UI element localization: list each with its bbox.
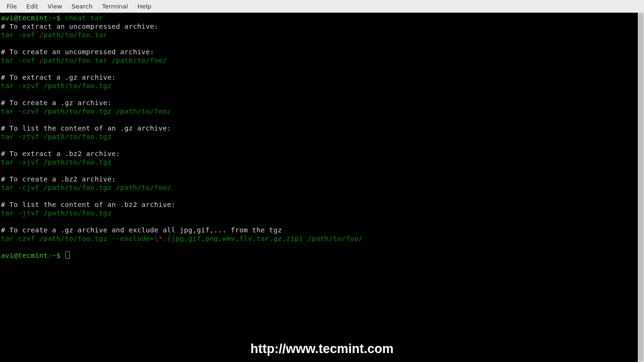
menu-file[interactable]: File: [2, 1, 22, 12]
output-comment: # To extract an uncompressed archive:: [1, 22, 637, 31]
terminal-area[interactable]: avi@tecmint:~$ cheat tar # To extract an…: [0, 13, 638, 261]
output-comment: # To extract a .gz archive:: [1, 73, 637, 82]
output-cmd: tar -xzvf /path/to/foo.tgz: [1, 82, 637, 90]
menu-edit[interactable]: Edit: [22, 1, 43, 12]
blank-line: [1, 243, 637, 251]
output-comment: # To extract a .bz2 archive:: [1, 149, 637, 158]
watermark: http://www.tecmint.com: [250, 342, 394, 356]
blank-line: [1, 217, 637, 226]
output-cmd: tar -cvf /path/to/foo.tar /path/to/foo/: [1, 56, 637, 65]
output-comment: # To create a .bz2 archive:: [1, 175, 637, 183]
menu-search[interactable]: Search: [67, 1, 98, 12]
blank-line: [1, 192, 637, 200]
menu-view[interactable]: View: [43, 1, 67, 12]
blank-line: [1, 39, 637, 48]
scrollbar-thumb[interactable]: [638, 13, 644, 362]
output-comment: # To create an uncompressed archive:: [1, 48, 637, 56]
prompt-path: :~: [48, 14, 56, 22]
blank-line: [1, 141, 637, 149]
output-comment: # To create a .gz archive:: [1, 99, 637, 107]
output-cmd: tar -xjvf /path/to/foo.tgz: [1, 158, 637, 166]
blank-line: [1, 166, 637, 175]
output-comment: # To list the content of an .gz archive:: [1, 124, 637, 132]
output-cmd-exclude: tar czvf /path/to/foo.tgz --exclude=\*.{…: [1, 234, 637, 243]
prompt-symbol: $: [56, 14, 65, 22]
output-cmd: tar -xvf /path/to/foo.tar: [1, 31, 637, 39]
output-cmd: tar -cjvf /path/to/foo.tgz /path/to/foo/: [1, 183, 637, 192]
prompt-line-2: avi@tecmint:~$: [1, 251, 637, 260]
output-cmd: tar -jtvf /path/to/foo.tgz: [1, 209, 637, 217]
cursor-block: [66, 251, 70, 259]
menubar: File Edit View Search Terminal Help: [0, 0, 644, 13]
prompt-line: avi@tecmint:~$ cheat tar: [1, 14, 637, 22]
typed-command: cheat tar: [65, 14, 103, 22]
output-comment: # To list the content of an .bz2 archive…: [1, 200, 637, 209]
output-cmd: tar -ztvf /path/to/foo.tgz: [1, 132, 637, 141]
output-comment: # To create a .gz archive and exclude al…: [1, 226, 637, 234]
menu-terminal[interactable]: Terminal: [97, 1, 132, 12]
output-cmd: tar -czvf /path/to/foo.tgz /path/to/foo/: [1, 107, 637, 115]
blank-line: [1, 65, 637, 73]
blank-line: [1, 115, 637, 124]
prompt-user: avi@tecmint: [1, 14, 48, 22]
blank-line: [1, 90, 637, 99]
menu-help[interactable]: Help: [132, 1, 156, 12]
